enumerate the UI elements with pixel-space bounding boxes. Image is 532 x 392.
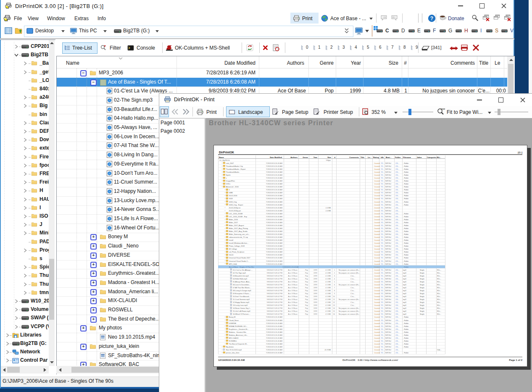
svg-text:N/R Ref: N/R Ref (385, 349, 392, 351)
svg-text:211...: 211... (395, 263, 399, 265)
svg-text:- Folder: - Folder (403, 260, 409, 262)
svg-text:Created: Created (374, 195, 380, 197)
svg-text:- Folder: - Folder (403, 236, 409, 238)
svg-text:N/R Ref: N/R Ref (385, 183, 392, 185)
svg-text:7/2...: 7/2... (381, 340, 385, 342)
svg-text:16.01.2016: 16.01.2016 (229, 195, 238, 197)
svg-text:1999: 1999 (313, 295, 318, 297)
svg-text:N/R Ref: N/R Ref (385, 165, 392, 167)
svg-text:05-Always Have, Alwa...: 05-Always Have, Alwa... (233, 281, 251, 283)
svg-text:211...: 211... (395, 201, 399, 203)
svg-text:Created: Created (374, 207, 380, 209)
svg-text:- Folder: - Folder (403, 171, 409, 173)
svg-text:Created: Created (374, 313, 380, 315)
svg-text:Ace Of Base: Ace Of Base (288, 275, 298, 277)
svg-text:16-Wheel Of Fortune....: 16-Wheel Of Fortune.... (233, 313, 250, 315)
svg-text:7/2...: 7/2... (381, 343, 385, 345)
svg-text:1999: 1999 (313, 272, 318, 274)
svg-text:N/R Ref: N/R Ref (385, 284, 392, 286)
svg-text:7/28/2018 6:26:43 AM: 7/28/2018 6:26:43 AM (266, 186, 282, 188)
svg-text:211...: 211... (395, 180, 399, 182)
svg-text:13-Lucky Love.mp3: 13-Lucky Love.mp3 (233, 304, 248, 306)
svg-text:90's...: 90's... (437, 301, 441, 303)
svg-text:Created: Created (374, 289, 380, 292)
svg-text:7/28/2018 6:26:43 AM: 7/28/2018 6:26:43 AM (266, 337, 282, 339)
svg-text:4.5 MB: 4.5 MB (325, 287, 331, 289)
svg-text:Created: Created (374, 272, 380, 274)
svg-text:The Best of Depeche M...: The Best of Depeche M... (229, 343, 248, 345)
svg-text:N/R Ref: N/R Ref (385, 292, 392, 295)
svg-text:7/28/2018 6:26:43 AM: 7/28/2018 6:26:43 AM (266, 349, 282, 351)
svg-text:7/2...: 7/2... (381, 221, 385, 224)
svg-text:211...: 211... (395, 177, 399, 179)
svg-text:Bilder_2017_August: Bilder_2017_August (229, 224, 245, 226)
svg-text:4.5 MB: 4.5 MB (325, 295, 331, 297)
svg-text:7/2...: 7/2... (381, 207, 385, 209)
svg-text:Created: Created (374, 239, 380, 241)
svg-text:Bilder_2017_Aug_Studio: Bilder_2017_Aug_Studio (229, 230, 248, 232)
svg-text:mp3: mp3 (403, 272, 406, 274)
svg-text:N/R Ref: N/R Ref (385, 301, 392, 303)
svg-text:90's...: 90's... (437, 287, 441, 289)
svg-text:N/R Ref: N/R Ref (385, 254, 392, 256)
svg-text:9/8/2003 9:49:02 PM: 9/8/2003 9:49:02 PM (267, 278, 282, 280)
svg-text:- Folder: - Folder (403, 213, 409, 215)
svg-text:7/28/2018 6:26:43 AM: 7/28/2018 6:26:43 AM (266, 316, 282, 318)
svg-text:com_2007: com_2007 (226, 162, 234, 164)
svg-text:Created: Created (374, 337, 380, 339)
svg-text:7/2...: 7/2... (381, 322, 385, 324)
svg-text:211...: 211... (395, 183, 399, 185)
svg-text:Created: Created (374, 162, 380, 164)
svg-text:DVDs: DVDs (226, 183, 230, 185)
svg-text:N/R Ref: N/R Ref (385, 275, 392, 277)
svg-text:Created: Created (374, 174, 380, 176)
svg-text:7/28/2018 6:26:43 AM: 7/28/2018 6:26:43 AM (266, 325, 282, 327)
svg-text:7/28/2018 6:26:43 AM: 7/28/2018 6:26:43 AM (266, 331, 282, 333)
svg-text:7/28/2018 6:26:43 AM: 7/28/2018 6:26:43 AM (266, 322, 282, 324)
svg-text:Created: Created (374, 275, 380, 277)
svg-text:211...: 211... (395, 239, 399, 241)
svg-text:ThumbnailsBooks 1 kp: ThumbnailsBooks 1 kp (226, 165, 243, 167)
svg-text:- Folder: - Folder (403, 331, 409, 333)
svg-text:7/28/2018 6:26:43 AM: 7/28/2018 6:26:43 AM (266, 213, 282, 215)
svg-text:11: 11 (333, 298, 335, 300)
svg-text:N/R Ref: N/R Ref (385, 352, 392, 354)
svg-text:7/28/2018 6:26:43 AM: 7/28/2018 6:26:43 AM (266, 260, 282, 262)
svg-text:Install (Windows.Archive...: Install (Windows.Archive... (229, 242, 249, 244)
svg-text:211...: 211... (395, 162, 399, 164)
svg-text:16x10: 16x10 (229, 254, 234, 256)
svg-text:Year: Year (313, 156, 318, 158)
svg-text:Created: Created (374, 236, 380, 238)
svg-text:Rating: Rating (373, 156, 379, 158)
svg-text:4.5 MB: 4.5 MB (325, 269, 331, 271)
svg-text:Vide...: Vide... (437, 349, 442, 351)
svg-text:1618_Orig - Export: 1618_Orig - Export (229, 204, 244, 206)
svg-text:Install: Install (229, 239, 234, 241)
svg-text:My photos: My photos (226, 346, 234, 348)
svg-text:03-Beautiful Life.mp3: 03-Beautiful Life.mp3 (233, 275, 249, 277)
svg-text:4.5 MB: 4.5 MB (325, 278, 331, 280)
svg-text:7/28/2018 6:26:43 AM: 7/28/2018 6:26:43 AM (266, 227, 282, 229)
svg-text:Page 1 of 2: Page 1 of 2 (509, 359, 522, 361)
svg-text:90's...: 90's... (437, 310, 441, 312)
svg-text:N/R Ref: N/R Ref (385, 162, 392, 164)
svg-text:1999: 1999 (313, 304, 318, 306)
svg-text:N/R Ref: N/R Ref (385, 346, 392, 348)
svg-text:Created: Created (374, 331, 380, 333)
svg-text:Created: Created (374, 171, 380, 173)
svg-text:N/R Ref: N/R Ref (385, 210, 392, 212)
svg-text:Created: Created (374, 307, 380, 309)
svg-text:9/8/2003 9:49:02 PM: 9/8/2003 9:49:02 PM (267, 304, 282, 306)
svg-text:7/2...: 7/2... (381, 260, 385, 262)
svg-text:C'es...: C'es... (350, 295, 355, 297)
svg-text:Created: Created (374, 269, 380, 271)
svg-text:N/R Ref: N/R Ref (385, 207, 392, 209)
svg-text:mp3: mp3 (403, 287, 406, 289)
svg-text:- Folder: - Folder (403, 352, 409, 354)
svg-text:Ace of Base - Singles Of The 9: Ace of Base - Singles Of The 90s (229, 266, 254, 268)
svg-text:Single: Single (420, 313, 424, 315)
svg-text:Bit...: Bit... (437, 156, 441, 158)
svg-text:90's...: 90's... (437, 304, 441, 306)
svg-text:7/28/2018 6:26:43 AM: 7/28/2018 6:26:43 AM (266, 248, 282, 250)
svg-text:7/28/2018 6:26:43 AM: 7/28/2018 6:26:43 AM (266, 177, 282, 179)
